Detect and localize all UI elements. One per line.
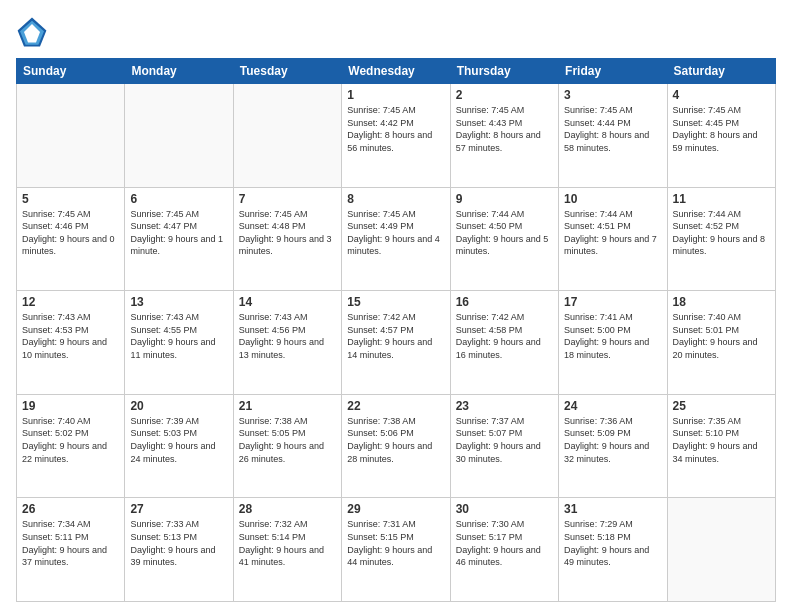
day-info: Sunrise: 7:44 AM Sunset: 4:50 PM Dayligh… [456,208,553,258]
day-number: 30 [456,502,553,516]
calendar-week-row: 26Sunrise: 7:34 AM Sunset: 5:11 PM Dayli… [17,498,776,602]
calendar-cell: 9Sunrise: 7:44 AM Sunset: 4:50 PM Daylig… [450,187,558,291]
day-number: 26 [22,502,119,516]
day-info: Sunrise: 7:43 AM Sunset: 4:55 PM Dayligh… [130,311,227,361]
day-info: Sunrise: 7:34 AM Sunset: 5:11 PM Dayligh… [22,518,119,568]
day-number: 23 [456,399,553,413]
calendar-cell: 14Sunrise: 7:43 AM Sunset: 4:56 PM Dayli… [233,291,341,395]
day-number: 2 [456,88,553,102]
weekday-header: Wednesday [342,59,450,84]
day-number: 21 [239,399,336,413]
calendar-cell [17,84,125,188]
day-info: Sunrise: 7:33 AM Sunset: 5:13 PM Dayligh… [130,518,227,568]
day-number: 18 [673,295,770,309]
calendar-header: SundayMondayTuesdayWednesdayThursdayFrid… [17,59,776,84]
day-number: 10 [564,192,661,206]
calendar-cell: 24Sunrise: 7:36 AM Sunset: 5:09 PM Dayli… [559,394,667,498]
calendar-cell: 19Sunrise: 7:40 AM Sunset: 5:02 PM Dayli… [17,394,125,498]
day-number: 17 [564,295,661,309]
calendar-cell: 2Sunrise: 7:45 AM Sunset: 4:43 PM Daylig… [450,84,558,188]
day-number: 16 [456,295,553,309]
calendar-cell: 4Sunrise: 7:45 AM Sunset: 4:45 PM Daylig… [667,84,775,188]
day-number: 1 [347,88,444,102]
day-info: Sunrise: 7:38 AM Sunset: 5:06 PM Dayligh… [347,415,444,465]
calendar-cell: 18Sunrise: 7:40 AM Sunset: 5:01 PM Dayli… [667,291,775,395]
weekday-header: Thursday [450,59,558,84]
weekday-header: Saturday [667,59,775,84]
day-number: 5 [22,192,119,206]
calendar-cell: 26Sunrise: 7:34 AM Sunset: 5:11 PM Dayli… [17,498,125,602]
day-number: 8 [347,192,444,206]
calendar-table: SundayMondayTuesdayWednesdayThursdayFrid… [16,58,776,602]
day-info: Sunrise: 7:30 AM Sunset: 5:17 PM Dayligh… [456,518,553,568]
calendar-cell: 16Sunrise: 7:42 AM Sunset: 4:58 PM Dayli… [450,291,558,395]
day-number: 28 [239,502,336,516]
logo [16,16,52,48]
calendar-cell [233,84,341,188]
day-info: Sunrise: 7:45 AM Sunset: 4:43 PM Dayligh… [456,104,553,154]
weekday-header: Tuesday [233,59,341,84]
day-info: Sunrise: 7:45 AM Sunset: 4:42 PM Dayligh… [347,104,444,154]
day-number: 27 [130,502,227,516]
calendar-cell: 31Sunrise: 7:29 AM Sunset: 5:18 PM Dayli… [559,498,667,602]
weekday-header: Sunday [17,59,125,84]
calendar-cell: 30Sunrise: 7:30 AM Sunset: 5:17 PM Dayli… [450,498,558,602]
day-number: 20 [130,399,227,413]
day-info: Sunrise: 7:32 AM Sunset: 5:14 PM Dayligh… [239,518,336,568]
day-number: 9 [456,192,553,206]
calendar-cell [125,84,233,188]
day-info: Sunrise: 7:42 AM Sunset: 4:58 PM Dayligh… [456,311,553,361]
header [16,16,776,48]
logo-icon [16,16,48,48]
day-info: Sunrise: 7:29 AM Sunset: 5:18 PM Dayligh… [564,518,661,568]
calendar-cell: 20Sunrise: 7:39 AM Sunset: 5:03 PM Dayli… [125,394,233,498]
calendar-week-row: 1Sunrise: 7:45 AM Sunset: 4:42 PM Daylig… [17,84,776,188]
day-info: Sunrise: 7:45 AM Sunset: 4:46 PM Dayligh… [22,208,119,258]
calendar-cell: 13Sunrise: 7:43 AM Sunset: 4:55 PM Dayli… [125,291,233,395]
day-info: Sunrise: 7:41 AM Sunset: 5:00 PM Dayligh… [564,311,661,361]
day-number: 12 [22,295,119,309]
calendar-cell: 15Sunrise: 7:42 AM Sunset: 4:57 PM Dayli… [342,291,450,395]
calendar-cell: 23Sunrise: 7:37 AM Sunset: 5:07 PM Dayli… [450,394,558,498]
day-info: Sunrise: 7:36 AM Sunset: 5:09 PM Dayligh… [564,415,661,465]
day-number: 13 [130,295,227,309]
day-info: Sunrise: 7:40 AM Sunset: 5:02 PM Dayligh… [22,415,119,465]
day-number: 29 [347,502,444,516]
calendar-week-row: 12Sunrise: 7:43 AM Sunset: 4:53 PM Dayli… [17,291,776,395]
day-number: 14 [239,295,336,309]
day-info: Sunrise: 7:35 AM Sunset: 5:10 PM Dayligh… [673,415,770,465]
calendar-week-row: 5Sunrise: 7:45 AM Sunset: 4:46 PM Daylig… [17,187,776,291]
day-info: Sunrise: 7:45 AM Sunset: 4:48 PM Dayligh… [239,208,336,258]
calendar-cell [667,498,775,602]
day-info: Sunrise: 7:38 AM Sunset: 5:05 PM Dayligh… [239,415,336,465]
calendar-cell: 6Sunrise: 7:45 AM Sunset: 4:47 PM Daylig… [125,187,233,291]
day-info: Sunrise: 7:44 AM Sunset: 4:51 PM Dayligh… [564,208,661,258]
calendar-body: 1Sunrise: 7:45 AM Sunset: 4:42 PM Daylig… [17,84,776,602]
day-info: Sunrise: 7:43 AM Sunset: 4:56 PM Dayligh… [239,311,336,361]
calendar-cell: 1Sunrise: 7:45 AM Sunset: 4:42 PM Daylig… [342,84,450,188]
day-info: Sunrise: 7:42 AM Sunset: 4:57 PM Dayligh… [347,311,444,361]
day-info: Sunrise: 7:43 AM Sunset: 4:53 PM Dayligh… [22,311,119,361]
day-info: Sunrise: 7:45 AM Sunset: 4:45 PM Dayligh… [673,104,770,154]
calendar-cell: 8Sunrise: 7:45 AM Sunset: 4:49 PM Daylig… [342,187,450,291]
calendar-week-row: 19Sunrise: 7:40 AM Sunset: 5:02 PM Dayli… [17,394,776,498]
calendar-cell: 12Sunrise: 7:43 AM Sunset: 4:53 PM Dayli… [17,291,125,395]
day-info: Sunrise: 7:40 AM Sunset: 5:01 PM Dayligh… [673,311,770,361]
day-number: 19 [22,399,119,413]
day-info: Sunrise: 7:39 AM Sunset: 5:03 PM Dayligh… [130,415,227,465]
day-info: Sunrise: 7:45 AM Sunset: 4:49 PM Dayligh… [347,208,444,258]
calendar-cell: 27Sunrise: 7:33 AM Sunset: 5:13 PM Dayli… [125,498,233,602]
calendar-cell: 5Sunrise: 7:45 AM Sunset: 4:46 PM Daylig… [17,187,125,291]
day-info: Sunrise: 7:31 AM Sunset: 5:15 PM Dayligh… [347,518,444,568]
day-number: 15 [347,295,444,309]
calendar-cell: 11Sunrise: 7:44 AM Sunset: 4:52 PM Dayli… [667,187,775,291]
calendar-cell: 29Sunrise: 7:31 AM Sunset: 5:15 PM Dayli… [342,498,450,602]
day-number: 7 [239,192,336,206]
day-number: 11 [673,192,770,206]
day-number: 3 [564,88,661,102]
calendar-cell: 17Sunrise: 7:41 AM Sunset: 5:00 PM Dayli… [559,291,667,395]
day-number: 25 [673,399,770,413]
day-info: Sunrise: 7:37 AM Sunset: 5:07 PM Dayligh… [456,415,553,465]
calendar-cell: 22Sunrise: 7:38 AM Sunset: 5:06 PM Dayli… [342,394,450,498]
weekday-header: Monday [125,59,233,84]
